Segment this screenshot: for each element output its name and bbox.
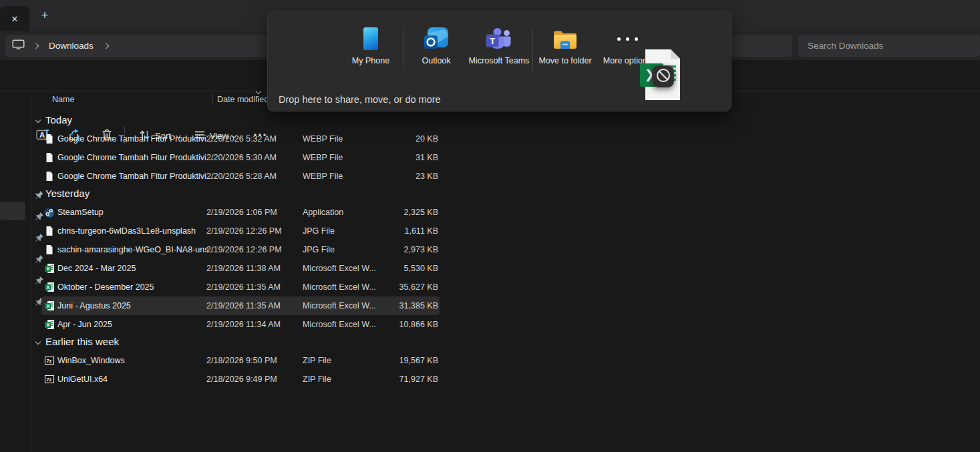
drop-hint-text: Drop here to share, move, or do more xyxy=(279,94,441,105)
group-collapse-icon[interactable] xyxy=(35,339,41,345)
overlay-divider xyxy=(403,27,404,70)
column-header-date-modified[interactable]: Date modified xyxy=(217,95,269,104)
group-label: Earlier this week xyxy=(45,336,119,347)
table-row[interactable]: XJuni - Agustus 20252/19/2026 11:35 AMMi… xyxy=(41,296,440,315)
drop-target-outlook[interactable]: Outlook xyxy=(405,26,467,67)
steam-icon xyxy=(44,207,55,218)
table-row[interactable]: Google Chrome Tambah Fitur Produktivi...… xyxy=(41,167,440,186)
drop-target-label: Outlook xyxy=(405,55,467,67)
file-explorer-window: ✕ + Downloads Search Downloads A xyxy=(0,0,980,452)
table-row[interactable]: chris-turgeon-6wlDas3L1e8-unsplash2/19/2… xyxy=(41,222,440,240)
file-list: Name Date modified TodayGoogle Chrome Ta… xyxy=(31,91,445,452)
file-size: 35,627 KB xyxy=(342,282,438,292)
sevenzip-icon: 7z xyxy=(44,374,55,385)
table-row[interactable]: 7zUniGetUI.x642/18/2026 9:49 PMZIP File7… xyxy=(41,370,440,389)
outlook-icon xyxy=(405,26,467,51)
my-phone-icon xyxy=(340,26,401,51)
group-collapse-icon[interactable] xyxy=(35,191,41,196)
generic-file-icon xyxy=(44,226,55,236)
file-date-modified: 2/19/2026 11:35 AM xyxy=(206,282,307,292)
column-divider[interactable] xyxy=(212,93,213,105)
table-row[interactable]: SteamSetup2/19/2026 1:06 PMApplication2,… xyxy=(41,203,440,222)
svg-text:X: X xyxy=(46,284,50,290)
file-name: Google Chrome Tambah Fitur Produktivi... xyxy=(57,134,214,144)
monitor-icon xyxy=(12,39,25,53)
file-name: SteamSetup xyxy=(57,208,214,217)
drag-ghost-excel-file: X xyxy=(636,48,681,101)
file-date-modified: 2/20/2026 5:32 AM xyxy=(206,134,307,144)
table-row[interactable]: Google Chrome Tambah Fitur Produktivi...… xyxy=(41,130,440,148)
file-date-modified: 2/19/2026 11:34 AM xyxy=(206,320,307,329)
file-date-modified: 2/19/2026 1:06 PM xyxy=(206,208,307,217)
table-row[interactable]: 7zWinBox_Windows2/18/2026 9:50 PMZIP Fil… xyxy=(41,351,440,370)
new-tab-button[interactable]: + xyxy=(37,9,52,23)
file-size: 71,927 KB xyxy=(342,375,438,384)
breadcrumb-location[interactable]: Downloads xyxy=(49,41,94,51)
table-row[interactable]: XDec 2024 - Mar 20252/19/2026 11:38 AMMi… xyxy=(41,259,440,278)
drop-target-my-phone[interactable]: My Phone xyxy=(340,26,401,67)
navigation-pane xyxy=(0,91,31,452)
column-header-name[interactable]: Name xyxy=(52,95,74,104)
svg-text:X: X xyxy=(46,266,50,272)
sevenzip-icon: 7z xyxy=(44,355,55,366)
excel-icon: X xyxy=(44,263,55,274)
active-tab[interactable]: ✕ xyxy=(0,6,29,31)
close-tab-icon[interactable]: ✕ xyxy=(11,15,19,23)
teams-icon: T xyxy=(468,26,530,51)
group-label: Today xyxy=(45,114,72,126)
group-header[interactable]: Yesterday xyxy=(31,186,445,203)
pinned-item[interactable] xyxy=(0,200,31,222)
drop-target-label: My Phone xyxy=(340,55,401,67)
pinned-item[interactable] xyxy=(0,264,31,286)
overlay-divider xyxy=(532,27,533,70)
drop-blocked-badge xyxy=(652,65,674,87)
excel-icon: X xyxy=(44,282,55,292)
search-input[interactable]: Search Downloads xyxy=(798,35,980,57)
file-name: Dec 2024 - Mar 2025 xyxy=(57,264,214,273)
drop-target-move-to-folder[interactable]: Move to folder xyxy=(534,26,596,67)
file-size: 5,530 KB xyxy=(342,264,438,273)
file-name: Juni - Agustus 2025 xyxy=(57,301,214,310)
excel-icon: X xyxy=(44,319,55,330)
table-row[interactable]: sachin-amarasinghe-WGeO_BI-NA8-uns...2/1… xyxy=(41,240,440,259)
file-name: Oktober - Desember 2025 xyxy=(57,282,214,292)
file-name: UniGetUI.x64 xyxy=(57,375,214,384)
file-size: 1,611 KB xyxy=(342,226,438,236)
file-date-modified: 2/19/2026 11:38 AM xyxy=(206,264,307,273)
group-header[interactable]: Today xyxy=(31,112,445,130)
table-row[interactable]: XApr - Jun 20252/19/2026 11:34 AMMicroso… xyxy=(41,315,440,334)
search-placeholder: Search Downloads xyxy=(808,41,883,51)
table-row[interactable]: Google Chrome Tambah Fitur Produktivi...… xyxy=(41,148,440,167)
pinned-item[interactable] xyxy=(0,286,31,307)
group-header[interactable]: Earlier this week xyxy=(31,334,445,351)
file-date-modified: 2/19/2026 12:26 PM xyxy=(206,226,307,236)
drop-target-microsoft-teams[interactable]: TMicrosoft Teams xyxy=(468,26,530,67)
file-date-modified: 2/20/2026 5:30 AM xyxy=(206,153,307,162)
generic-file-icon xyxy=(44,171,55,182)
file-size: 23 KB xyxy=(342,172,438,181)
svg-text:T: T xyxy=(490,36,495,46)
file-size: 20 KB xyxy=(342,134,438,144)
file-size: 31 KB xyxy=(342,153,438,162)
pinned-item[interactable] xyxy=(0,179,31,200)
pinned-item[interactable] xyxy=(0,243,31,264)
file-date-modified: 2/18/2026 9:50 PM xyxy=(206,356,307,365)
drop-target-label: Move to folder xyxy=(534,55,596,67)
breadcrumb-chevron-icon[interactable] xyxy=(104,43,109,48)
file-size: 2,325 KB xyxy=(342,208,438,217)
drop-target-label: Microsoft Teams xyxy=(468,55,530,67)
file-date-modified: 2/19/2026 11:35 AM xyxy=(206,301,307,310)
file-name: chris-turgeon-6wlDas3L1e8-unsplash xyxy=(57,226,214,236)
file-name: Apr - Jun 2025 xyxy=(57,320,214,329)
svg-text:7z: 7z xyxy=(46,377,51,383)
file-size: 10,866 KB xyxy=(342,320,438,329)
file-name: Google Chrome Tambah Fitur Produktivi... xyxy=(57,172,214,181)
blocked-icon xyxy=(655,67,672,87)
group-collapse-icon[interactable] xyxy=(35,118,41,123)
table-row[interactable]: XOktober - Desember 20252/19/2026 11:35 … xyxy=(41,278,440,296)
pinned-item[interactable] xyxy=(0,222,31,243)
group-label: Yesterday xyxy=(45,188,90,199)
file-date-modified: 2/20/2026 5:28 AM xyxy=(206,172,307,181)
generic-file-icon xyxy=(44,244,55,255)
breadcrumb-chevron-icon xyxy=(33,43,39,48)
